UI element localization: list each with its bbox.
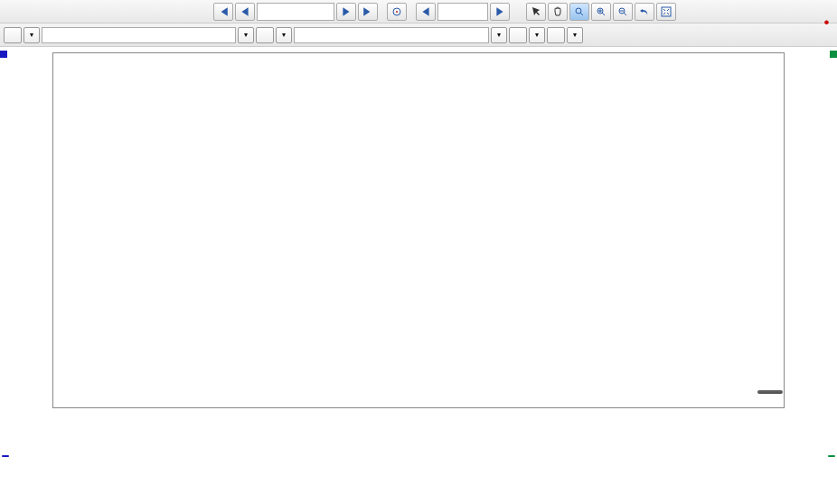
channel-c-box[interactable] [509,27,527,43]
frame-first-button[interactable] [213,3,233,21]
zoom-out-step-button[interactable] [416,3,436,21]
zoom-overview-panel[interactable]: ◻ ✕ [757,390,783,394]
zoom-select-icon[interactable] [569,3,589,21]
undo-icon[interactable] [635,3,654,21]
svg-point-1 [396,11,398,13]
target-icon[interactable] [387,3,407,21]
close-icon[interactable]: ✕ [772,392,779,402]
channel-a-dropdown[interactable]: ▾ [24,27,40,43]
channel-b-box[interactable] [256,27,274,43]
fit-icon[interactable] [656,3,676,21]
x-scale-left-badge [2,455,9,457]
y-axis-right-labels [792,47,835,426]
channel-c-dropdown[interactable]: ▾ [529,27,545,43]
oscilloscope-chart [52,52,785,408]
zoom-factor-input[interactable] [437,3,488,21]
channel-b-dropdown[interactable]: ▾ [276,27,292,43]
frame-prev-button[interactable] [235,3,255,21]
channel-a-box[interactable] [4,27,22,43]
zoom-in-icon[interactable] [591,3,611,21]
y-axis-left-labels [2,47,45,426]
frame-next-button[interactable] [336,3,356,21]
x-scale-right-badge [828,455,835,457]
channel-b-field[interactable] [294,27,488,43]
pico-logo: . [824,2,830,31]
channel-a-field[interactable] [42,27,236,43]
svg-rect-5 [662,7,671,16]
x-axis-labels [52,410,785,425]
frame-last-button[interactable] [358,3,378,21]
hand-tool-icon[interactable] [548,3,568,21]
pointer-tool-icon[interactable] [526,3,546,21]
expand-icon[interactable]: ◻ [760,392,766,401]
figure-caption [0,459,837,477]
zoom-in-step-button[interactable] [490,3,510,21]
channel-b-field-dd[interactable]: ▾ [491,27,507,43]
channel-a-field-dd[interactable]: ▾ [238,27,254,43]
channel-d-box[interactable] [547,27,565,43]
zoom-out-icon[interactable] [613,3,633,21]
channel-d-dropdown[interactable]: ▾ [567,27,583,43]
frame-counter-input[interactable] [257,3,334,21]
